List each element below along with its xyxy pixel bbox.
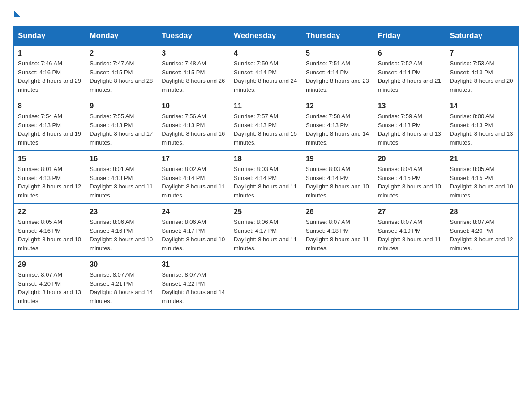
day-number: 14: [450, 102, 514, 110]
day-number: 3: [162, 49, 226, 57]
day-info: Sunrise: 8:07 AM Sunset: 4:22 PM Dayligh…: [162, 270, 226, 305]
calendar-cell: 1 Sunrise: 7:46 AM Sunset: 4:16 PM Dayli…: [14, 45, 86, 98]
day-of-week-sunday: Sunday: [14, 26, 86, 45]
calendar-cell: 4 Sunrise: 7:50 AM Sunset: 4:14 PM Dayli…: [230, 45, 302, 98]
day-number: 4: [234, 49, 298, 57]
day-info: Sunrise: 8:07 AM Sunset: 4:21 PM Dayligh…: [90, 270, 154, 305]
day-number: 2: [90, 49, 154, 57]
day-info: Sunrise: 7:56 AM Sunset: 4:13 PM Dayligh…: [162, 112, 226, 147]
page-header: [13, 9, 519, 17]
calendar-week-1: 1 Sunrise: 7:46 AM Sunset: 4:16 PM Dayli…: [14, 45, 518, 98]
day-of-week-thursday: Thursday: [302, 26, 374, 45]
calendar-cell: 30 Sunrise: 8:07 AM Sunset: 4:21 PM Dayl…: [86, 257, 158, 309]
day-number: 16: [90, 155, 154, 163]
calendar-cell: 20 Sunrise: 8:04 AM Sunset: 4:15 PM Dayl…: [374, 151, 446, 204]
day-info: Sunrise: 7:51 AM Sunset: 4:14 PM Dayligh…: [306, 59, 370, 94]
day-number: 24: [162, 208, 226, 216]
day-number: 21: [450, 155, 514, 163]
calendar-cell: 23 Sunrise: 8:06 AM Sunset: 4:16 PM Dayl…: [86, 204, 158, 257]
day-number: 13: [378, 102, 442, 110]
day-number: 31: [162, 261, 226, 269]
calendar-header-row: SundayMondayTuesdayWednesdayThursdayFrid…: [14, 26, 518, 45]
day-info: Sunrise: 8:05 AM Sunset: 4:15 PM Dayligh…: [450, 165, 514, 200]
day-info: Sunrise: 8:03 AM Sunset: 4:14 PM Dayligh…: [306, 165, 370, 200]
day-info: Sunrise: 7:55 AM Sunset: 4:13 PM Dayligh…: [90, 112, 154, 147]
calendar-cell: 5 Sunrise: 7:51 AM Sunset: 4:14 PM Dayli…: [302, 45, 374, 98]
day-info: Sunrise: 7:46 AM Sunset: 4:16 PM Dayligh…: [18, 59, 82, 94]
calendar-cell: [302, 257, 374, 309]
calendar-week-2: 8 Sunrise: 7:54 AM Sunset: 4:13 PM Dayli…: [14, 98, 518, 151]
calendar-table: SundayMondayTuesdayWednesdayThursdayFrid…: [13, 26, 519, 310]
day-info: Sunrise: 7:47 AM Sunset: 4:15 PM Dayligh…: [90, 59, 154, 94]
day-number: 18: [234, 155, 298, 163]
day-info: Sunrise: 7:58 AM Sunset: 4:13 PM Dayligh…: [306, 112, 370, 147]
day-info: Sunrise: 7:59 AM Sunset: 4:13 PM Dayligh…: [378, 112, 442, 147]
day-number: 1: [18, 49, 82, 57]
calendar-cell: 29 Sunrise: 8:07 AM Sunset: 4:20 PM Dayl…: [14, 257, 86, 309]
calendar-cell: 14 Sunrise: 8:00 AM Sunset: 4:13 PM Dayl…: [446, 98, 518, 151]
calendar-cell: 22 Sunrise: 8:05 AM Sunset: 4:16 PM Dayl…: [14, 204, 86, 257]
day-number: 8: [18, 102, 82, 110]
calendar-week-3: 15 Sunrise: 8:01 AM Sunset: 4:13 PM Dayl…: [14, 151, 518, 204]
calendar-cell: 17 Sunrise: 8:02 AM Sunset: 4:14 PM Dayl…: [158, 151, 230, 204]
calendar-cell: 16 Sunrise: 8:01 AM Sunset: 4:13 PM Dayl…: [86, 151, 158, 204]
calendar-week-5: 29 Sunrise: 8:07 AM Sunset: 4:20 PM Dayl…: [14, 257, 518, 309]
day-number: 22: [18, 208, 82, 216]
day-info: Sunrise: 8:06 AM Sunset: 4:17 PM Dayligh…: [162, 218, 226, 253]
day-number: 25: [234, 208, 298, 216]
calendar-cell: 15 Sunrise: 8:01 AM Sunset: 4:13 PM Dayl…: [14, 151, 86, 204]
day-info: Sunrise: 8:01 AM Sunset: 4:13 PM Dayligh…: [18, 165, 82, 200]
day-info: Sunrise: 8:06 AM Sunset: 4:17 PM Dayligh…: [234, 218, 298, 253]
day-info: Sunrise: 8:07 AM Sunset: 4:20 PM Dayligh…: [450, 218, 514, 253]
calendar-cell: 6 Sunrise: 7:52 AM Sunset: 4:14 PM Dayli…: [374, 45, 446, 98]
calendar-cell: 11 Sunrise: 7:57 AM Sunset: 4:13 PM Dayl…: [230, 98, 302, 151]
calendar-cell: 24 Sunrise: 8:06 AM Sunset: 4:17 PM Dayl…: [158, 204, 230, 257]
calendar-cell: 9 Sunrise: 7:55 AM Sunset: 4:13 PM Dayli…: [86, 98, 158, 151]
day-info: Sunrise: 8:01 AM Sunset: 4:13 PM Dayligh…: [90, 165, 154, 200]
day-info: Sunrise: 8:07 AM Sunset: 4:20 PM Dayligh…: [18, 270, 82, 305]
calendar-cell: 3 Sunrise: 7:48 AM Sunset: 4:15 PM Dayli…: [158, 45, 230, 98]
day-number: 20: [378, 155, 442, 163]
day-of-week-wednesday: Wednesday: [230, 26, 302, 45]
day-number: 23: [90, 208, 154, 216]
calendar-cell: [446, 257, 518, 309]
calendar-cell: 25 Sunrise: 8:06 AM Sunset: 4:17 PM Dayl…: [230, 204, 302, 257]
day-info: Sunrise: 7:52 AM Sunset: 4:14 PM Dayligh…: [378, 59, 442, 94]
day-number: 30: [90, 261, 154, 269]
day-number: 27: [378, 208, 442, 216]
calendar-cell: 13 Sunrise: 7:59 AM Sunset: 4:13 PM Dayl…: [374, 98, 446, 151]
day-info: Sunrise: 8:07 AM Sunset: 4:19 PM Dayligh…: [378, 218, 442, 253]
day-info: Sunrise: 7:48 AM Sunset: 4:15 PM Dayligh…: [162, 59, 226, 94]
day-number: 5: [306, 49, 370, 57]
day-info: Sunrise: 8:00 AM Sunset: 4:13 PM Dayligh…: [450, 112, 514, 147]
day-of-week-tuesday: Tuesday: [158, 26, 230, 45]
day-info: Sunrise: 7:50 AM Sunset: 4:14 PM Dayligh…: [234, 59, 298, 94]
calendar-cell: 21 Sunrise: 8:05 AM Sunset: 4:15 PM Dayl…: [446, 151, 518, 204]
day-number: 15: [18, 155, 82, 163]
calendar-cell: 12 Sunrise: 7:58 AM Sunset: 4:13 PM Dayl…: [302, 98, 374, 151]
day-number: 9: [90, 102, 154, 110]
calendar-cell: 27 Sunrise: 8:07 AM Sunset: 4:19 PM Dayl…: [374, 204, 446, 257]
calendar-cell: 7 Sunrise: 7:53 AM Sunset: 4:13 PM Dayli…: [446, 45, 518, 98]
logo-arrow-icon: [14, 11, 21, 17]
calendar-cell: [374, 257, 446, 309]
calendar-cell: [230, 257, 302, 309]
day-number: 28: [450, 208, 514, 216]
day-number: 7: [450, 49, 514, 57]
day-info: Sunrise: 8:05 AM Sunset: 4:16 PM Dayligh…: [18, 218, 82, 253]
day-number: 26: [306, 208, 370, 216]
calendar-cell: 26 Sunrise: 8:07 AM Sunset: 4:18 PM Dayl…: [302, 204, 374, 257]
day-info: Sunrise: 8:06 AM Sunset: 4:16 PM Dayligh…: [90, 218, 154, 253]
day-info: Sunrise: 7:57 AM Sunset: 4:13 PM Dayligh…: [234, 112, 298, 147]
day-info: Sunrise: 7:53 AM Sunset: 4:13 PM Dayligh…: [450, 59, 514, 94]
calendar-cell: 19 Sunrise: 8:03 AM Sunset: 4:14 PM Dayl…: [302, 151, 374, 204]
calendar-cell: 2 Sunrise: 7:47 AM Sunset: 4:15 PM Dayli…: [86, 45, 158, 98]
day-number: 6: [378, 49, 442, 57]
day-number: 17: [162, 155, 226, 163]
calendar-week-4: 22 Sunrise: 8:05 AM Sunset: 4:16 PM Dayl…: [14, 204, 518, 257]
day-number: 19: [306, 155, 370, 163]
day-of-week-saturday: Saturday: [446, 26, 518, 45]
day-info: Sunrise: 8:04 AM Sunset: 4:15 PM Dayligh…: [378, 165, 442, 200]
day-of-week-monday: Monday: [86, 26, 158, 45]
day-info: Sunrise: 8:03 AM Sunset: 4:14 PM Dayligh…: [234, 165, 298, 200]
